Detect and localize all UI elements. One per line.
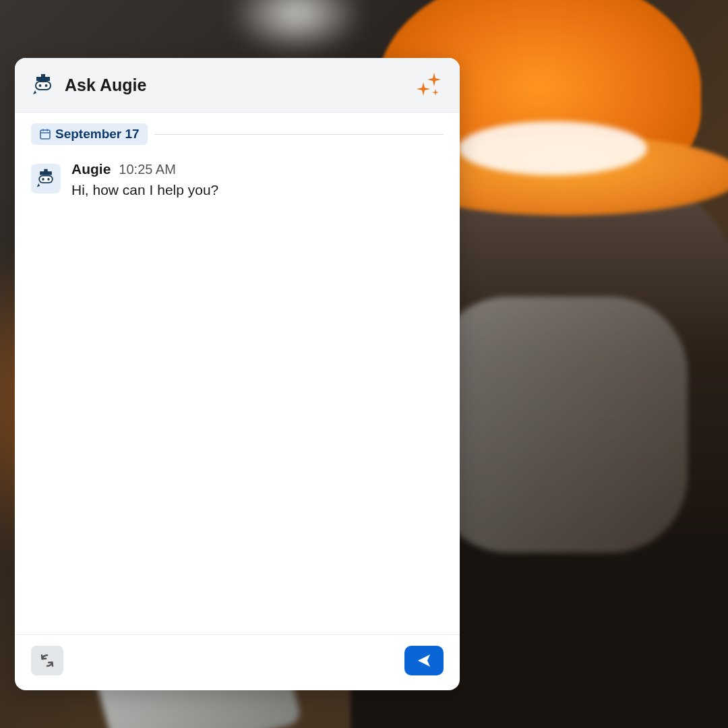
refresh-button[interactable]	[31, 646, 63, 675]
svg-point-13	[47, 178, 50, 181]
svg-point-12	[42, 178, 44, 181]
message-time: 10:25 AM	[119, 162, 176, 177]
svg-point-4	[45, 84, 48, 87]
chat-message: Augie 10:25 AM Hi, how can I help you?	[31, 161, 444, 200]
svg-point-3	[39, 84, 42, 87]
chat-title: Ask Augie	[65, 75, 146, 95]
refresh-icon	[39, 653, 55, 669]
chat-panel: Ask Augie September 17	[15, 58, 460, 690]
date-badge: September 17	[31, 123, 148, 145]
svg-rect-0	[41, 74, 45, 78]
chat-footer	[15, 634, 460, 690]
calendar-icon	[39, 128, 51, 140]
sparkles-icon[interactable]	[414, 70, 444, 100]
svg-rect-11	[40, 176, 52, 182]
avatar	[31, 164, 61, 193]
send-button[interactable]	[404, 646, 444, 675]
date-label: September 17	[55, 127, 140, 142]
augie-robot-icon	[35, 168, 57, 189]
svg-rect-9	[44, 169, 47, 172]
sender-name: Augie	[71, 161, 111, 177]
chat-header: Ask Augie	[15, 58, 460, 113]
augie-robot-icon	[31, 73, 55, 97]
date-divider: September 17	[31, 123, 444, 145]
svg-rect-2	[36, 82, 50, 89]
message-text: Hi, how can I help you?	[71, 180, 444, 200]
send-icon	[416, 653, 432, 669]
svg-rect-5	[40, 130, 50, 139]
chat-body[interactable]: September 17 Augie 10:25 A	[15, 113, 460, 634]
